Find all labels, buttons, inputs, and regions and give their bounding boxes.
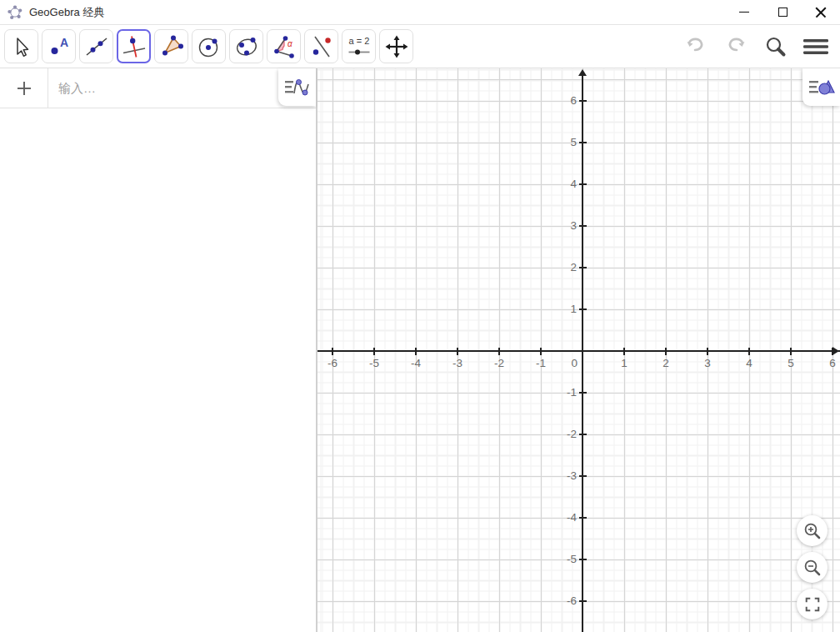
y-axis-label: -6	[552, 594, 577, 607]
y-axis-tick	[579, 100, 587, 102]
redo-button[interactable]	[722, 33, 750, 61]
fullscreen-button[interactable]	[797, 589, 828, 619]
x-axis-label: -6	[320, 357, 345, 369]
x-axis-tick	[832, 348, 833, 355]
zoom-out-icon	[803, 559, 822, 577]
y-axis-label: -1	[552, 386, 577, 399]
menu-button[interactable]	[802, 33, 830, 61]
tool-reflect-button[interactable]	[304, 29, 338, 63]
graphics-stylebar-button[interactable]	[802, 68, 840, 106]
svg-text:A: A	[60, 35, 68, 48]
zoom-in-button[interactable]	[797, 515, 828, 546]
toolbar: A	[0, 25, 840, 68]
graphics-view[interactable]: -6-5-4-3-2-1123456654321-1-2-3-4-5-6 0	[318, 68, 840, 632]
y-axis-tick	[579, 475, 587, 477]
y-axis-label: 3	[552, 219, 577, 232]
algebra-input[interactable]	[48, 68, 316, 108]
search-icon	[763, 34, 788, 59]
line-icon	[84, 34, 109, 59]
redo-icon	[723, 34, 748, 59]
main-area: 垂线 选择要垂直的线与通过的点 帮助 -6-5-4-3-2-1123456654…	[0, 68, 840, 632]
x-axis-label: -1	[528, 357, 553, 369]
y-axis-label: 4	[552, 178, 577, 190]
x-axis-tick	[540, 348, 542, 355]
tool-line-button[interactable]	[79, 29, 113, 63]
geogebra-logo-icon	[8, 5, 22, 20]
angle-icon: α	[272, 34, 297, 59]
y-axis-tick	[579, 600, 587, 602]
y-axis-label: 2	[552, 261, 577, 273]
add-expression-button[interactable]	[0, 68, 48, 108]
x-axis-arrow-icon	[832, 347, 839, 355]
y-axis-tick	[579, 434, 587, 435]
fullscreen-icon	[804, 596, 821, 613]
x-axis-tick	[498, 348, 500, 355]
x-axis-tick	[665, 348, 667, 355]
tool-point-button[interactable]: A	[42, 29, 76, 63]
y-axis-tick	[579, 308, 587, 310]
x-axis-tick	[415, 348, 417, 355]
tool-angle-button[interactable]: α	[267, 29, 301, 63]
y-axis-label: -2	[552, 428, 577, 440]
y-axis-label: -4	[552, 511, 577, 524]
reflect-about-line-icon	[309, 34, 334, 59]
graphics-stylebar-icon	[808, 77, 835, 98]
x-axis-label: 3	[695, 357, 720, 369]
point-icon: A	[47, 34, 72, 59]
svg-text:α: α	[288, 39, 292, 48]
algebra-stylebar-icon	[284, 77, 311, 98]
tool-move-button[interactable]	[4, 29, 38, 63]
tool-ellipse-button[interactable]	[229, 29, 263, 63]
x-axis-tick	[457, 348, 458, 355]
move-graphics-view-icon	[384, 34, 409, 59]
origin-label: 0	[552, 357, 578, 369]
zoom-out-button[interactable]	[797, 552, 828, 583]
y-axis	[582, 73, 583, 632]
algebra-stylebar-button[interactable]	[278, 68, 316, 106]
x-axis	[318, 350, 840, 352]
circle-center-point-icon	[197, 34, 222, 59]
zoom-in-icon	[803, 522, 822, 540]
tool-circle-button[interactable]	[192, 29, 226, 63]
undo-icon	[683, 34, 708, 59]
x-axis-label: -5	[362, 357, 387, 369]
minimize-button[interactable]	[725, 0, 763, 24]
close-button[interactable]	[802, 0, 840, 24]
y-axis-label: -5	[552, 553, 577, 565]
tool-slider-button[interactable]: a = 2	[342, 29, 376, 63]
y-axis-tick	[579, 183, 587, 185]
title-bar: GeoGebra 经典	[0, 0, 840, 25]
x-axis-label: -3	[445, 357, 470, 369]
maximize-icon	[778, 8, 788, 17]
y-axis-tick	[579, 392, 587, 394]
x-axis-label: 5	[778, 357, 803, 369]
menu-icon	[802, 34, 829, 59]
y-axis-label: -3	[552, 469, 577, 482]
y-axis-label: 5	[552, 136, 577, 148]
algebra-view: 垂线 选择要垂直的线与通过的点 帮助	[0, 68, 318, 632]
x-axis-label: 1	[612, 357, 637, 369]
algebra-input-row	[0, 68, 316, 108]
x-axis-label: 4	[737, 357, 762, 369]
tool-move-graphics-button[interactable]	[379, 29, 413, 63]
perpendicular-line-icon	[122, 34, 147, 59]
tool-polygon-button[interactable]	[154, 29, 188, 63]
undo-button[interactable]	[682, 33, 710, 61]
ellipse-icon	[234, 34, 259, 59]
y-axis-tick	[579, 142, 587, 143]
x-axis-tick	[790, 348, 792, 355]
search-button[interactable]	[762, 33, 790, 61]
x-axis-label: -4	[403, 357, 428, 369]
svg-text:a = 2: a = 2	[348, 36, 369, 46]
x-axis-label: -2	[487, 357, 512, 369]
x-axis-tick	[623, 348, 625, 355]
move-cursor-icon	[9, 34, 34, 59]
tool-perpendicular-line-button[interactable]	[117, 29, 151, 63]
app-title: GeoGebra 经典	[29, 5, 104, 20]
close-icon	[815, 7, 827, 18]
x-axis-tick	[707, 348, 708, 355]
polygon-icon	[159, 34, 184, 59]
y-axis-label: 1	[552, 303, 577, 315]
y-axis-arrow-icon	[578, 69, 587, 76]
maximize-button[interactable]	[763, 0, 802, 24]
